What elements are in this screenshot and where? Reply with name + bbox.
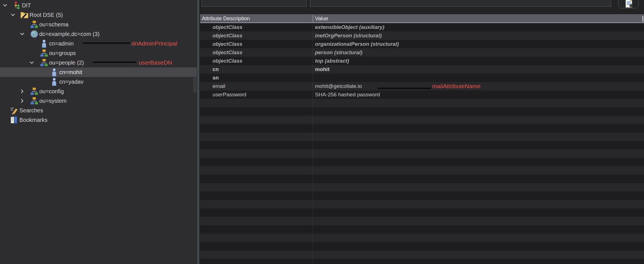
empty-row xyxy=(200,107,644,116)
tree-item-label: ou=people (2) xyxy=(49,58,84,67)
column-header-attribute-description[interactable]: Attribute Description xyxy=(202,15,250,22)
chevron-right-icon[interactable] xyxy=(19,98,25,104)
empty-row xyxy=(200,175,644,183)
tree-item-cn-mohit[interactable]: cn=mohit xyxy=(0,67,197,77)
annotation-line xyxy=(83,42,130,44)
attribute-row-objectClass-4[interactable]: objectClasstop (abstract) xyxy=(200,57,644,65)
empty-row xyxy=(200,166,644,175)
org-unit-icon xyxy=(40,58,48,67)
attribute-name-cell[interactable]: sn xyxy=(213,74,219,82)
attribute-name-cell[interactable]: objectClass xyxy=(213,40,243,48)
person-icon xyxy=(50,68,58,76)
empty-row xyxy=(200,192,644,200)
header-scroll-tick xyxy=(642,16,643,22)
tree-item-cn-admin[interactable]: cn=admindnAdminPrincipal xyxy=(0,39,197,48)
chevron-right-icon xyxy=(19,88,25,94)
attribute-name-cell[interactable]: objectClass xyxy=(213,23,243,31)
tree-item-label: cn=admin xyxy=(49,39,74,48)
chevron-right-icon[interactable] xyxy=(19,88,25,94)
chevron-down-icon[interactable] xyxy=(2,2,8,8)
attribute-row-objectClass-3[interactable]: objectClassperson (structural) xyxy=(200,48,644,57)
panel-divider-sash[interactable] xyxy=(197,0,200,264)
attribute-value-cell[interactable]: extensibleObject (auxiliary) xyxy=(315,23,384,31)
attribute-value-cell[interactable]: mohit@getcollate.io xyxy=(315,82,362,90)
empty-row xyxy=(200,200,644,208)
attribute-value-cell[interactable]: SHA-256 hashed password xyxy=(315,90,380,99)
empty-row xyxy=(200,149,644,158)
tree-item-label: ou=config xyxy=(39,87,64,96)
org-unit-icon xyxy=(30,20,38,29)
chevron-down-icon[interactable] xyxy=(19,31,25,37)
tree-item-dit[interactable]: DIT xyxy=(0,1,197,10)
attribute-row-cn-5[interactable]: cnmohit xyxy=(200,65,644,74)
attribute-value-cell[interactable]: organizationalPerson (structural) xyxy=(315,40,399,48)
ldap-browser-window: DIT Root DSE (5) ou=schema dc=example,dc… xyxy=(0,0,644,264)
tree-item-bookmarks[interactable]: Bookmarks xyxy=(0,115,197,125)
attribute-name-cell[interactable]: cn xyxy=(213,65,219,74)
person-icon xyxy=(50,78,58,86)
tree-item-label: DIT xyxy=(22,1,31,10)
tree-item-label: Searches xyxy=(19,106,43,115)
folder-pencil-icon xyxy=(20,11,29,19)
empty-row xyxy=(200,242,644,251)
chevron-down-icon[interactable] xyxy=(29,60,35,66)
person-icon xyxy=(50,68,58,76)
attribute-name-cell[interactable]: userPassword xyxy=(213,90,246,99)
attribute-name-cell[interactable]: objectClass xyxy=(213,57,243,65)
tree-item-ou-schema[interactable]: ou=schema xyxy=(0,20,197,29)
org-unit-icon xyxy=(30,87,38,95)
tree-item-searches[interactable]: Searches xyxy=(0,106,197,115)
tree-item-ou-people-2-[interactable]: ou=people (2)userBaseDN xyxy=(0,58,197,67)
chevron-down-icon xyxy=(2,2,8,8)
empty-row xyxy=(200,158,644,166)
attribute-value-cell[interactable]: top (abstract) xyxy=(315,57,349,65)
attribute-row-sn-6[interactable]: sn xyxy=(200,74,644,82)
column-separator-line xyxy=(313,23,313,264)
annotation-label-mailAttributeName: mailAttributeName xyxy=(432,82,481,90)
attribute-name-cell[interactable]: objectClass xyxy=(213,48,243,57)
attribute-name-cell[interactable]: email xyxy=(213,82,225,90)
tree-item-ou-groups[interactable]: ou=groups xyxy=(0,48,197,58)
empty-row xyxy=(200,259,644,264)
tree-scrollbar-thumb[interactable] xyxy=(193,77,197,93)
chevron-down-icon xyxy=(19,31,25,37)
bookmarks-icon xyxy=(10,116,19,124)
tree-item-root-dse-5-[interactable]: Root DSE (5) xyxy=(0,10,197,20)
attribute-value-cell[interactable]: person (structural) xyxy=(315,48,362,57)
tree-item-dc-example-dc-com-3-[interactable]: dc=example,dc=com (3) xyxy=(0,29,197,39)
annotation-line xyxy=(93,62,136,63)
attribute-value-cell[interactable]: mohit xyxy=(315,65,330,74)
column-header-value[interactable]: Value xyxy=(315,15,328,22)
ldap-tree-panel: DIT Root DSE (5) ou=schema dc=example,dc… xyxy=(0,0,197,264)
person-icon xyxy=(40,39,48,48)
column-separator[interactable] xyxy=(313,15,313,22)
tree-item-cn-yadav[interactable]: cn=yadav xyxy=(0,77,197,87)
tree-item-label: ou=system xyxy=(39,96,67,106)
searches-icon xyxy=(10,106,19,115)
annotation-label-dnAdminPrincipal: dnAdminPrincipal xyxy=(131,39,177,48)
attribute-value-cell[interactable]: inetOrgPerson (structural) xyxy=(315,31,382,40)
org-unit-icon xyxy=(40,49,48,57)
empty-row xyxy=(200,133,644,141)
attribute-name-cell[interactable]: objectClass xyxy=(213,31,243,40)
person-icon xyxy=(40,39,48,48)
chevron-down-icon[interactable] xyxy=(10,12,16,18)
empty-row xyxy=(200,183,644,192)
tree-item-ou-config[interactable]: ou=config xyxy=(0,87,197,96)
annotation-label-userBaseDN: userBaseDN xyxy=(139,58,172,67)
attribute-row-objectClass-0[interactable]: objectClassextensibleObject (auxiliary) xyxy=(200,23,644,31)
tree-item-label: Bookmarks xyxy=(19,115,47,125)
attributes-table: Attribute Description Value objectClasse… xyxy=(200,0,644,264)
dit-icon xyxy=(13,1,21,10)
attribute-row-objectClass-1[interactable]: objectClassinetOrgPerson (structural) xyxy=(200,31,644,40)
tree-item-label: Root DSE (5) xyxy=(29,10,63,20)
empty-row xyxy=(200,225,644,234)
attribute-row-userPassword-8[interactable]: userPasswordSHA-256 hashed password xyxy=(200,90,644,99)
empty-row xyxy=(200,234,644,242)
empty-row xyxy=(200,116,644,124)
tree-item-ou-system[interactable]: ou=system xyxy=(0,96,197,106)
attribute-row-email-7[interactable]: emailmohit@getcollate.iomailAttributeNam… xyxy=(200,82,644,90)
tree-item-label: cn=yadav xyxy=(59,77,83,87)
attribute-row-objectClass-2[interactable]: objectClassorganizationalPerson (structu… xyxy=(200,40,644,48)
folder-pencil-icon xyxy=(20,11,29,19)
